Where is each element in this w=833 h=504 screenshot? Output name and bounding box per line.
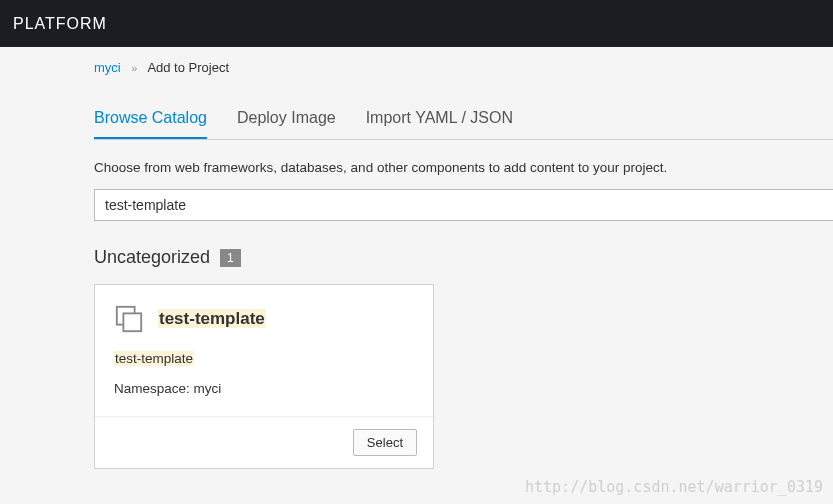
card-title: test-template	[158, 309, 266, 329]
svg-rect-1	[123, 313, 141, 331]
category-header: Uncategorized 1	[94, 247, 833, 268]
card-body: test-template test-template Namespace: m…	[95, 285, 433, 416]
catalog-description: Choose from web frameworks, databases, a…	[94, 160, 833, 175]
platform-title: PLATFORM	[13, 15, 107, 33]
top-bar: PLATFORM	[0, 0, 833, 47]
breadcrumb-separator: »	[131, 62, 137, 74]
select-button[interactable]: Select	[353, 429, 417, 456]
breadcrumb-link-myci[interactable]: myci	[94, 60, 121, 75]
tab-import-yaml[interactable]: Import YAML / JSON	[366, 99, 513, 139]
card-subtitle: test-template	[114, 351, 414, 366]
tab-deploy-image[interactable]: Deploy Image	[237, 99, 336, 139]
category-count-badge: 1	[220, 249, 241, 267]
breadcrumb-current: Add to Project	[147, 60, 229, 75]
tab-browse-catalog[interactable]: Browse Catalog	[94, 99, 207, 139]
breadcrumb: myci » Add to Project	[94, 60, 833, 75]
main-content: myci » Add to Project Browse Catalog Dep…	[0, 47, 833, 469]
template-card: test-template test-template Namespace: m…	[94, 284, 434, 469]
card-footer: Select	[95, 416, 433, 468]
template-icon	[114, 304, 144, 334]
card-header: test-template	[114, 304, 414, 334]
tabs: Browse Catalog Deploy Image Import YAML …	[94, 99, 833, 140]
category-title: Uncategorized	[94, 247, 210, 268]
card-namespace: Namespace: myci	[114, 381, 414, 396]
watermark: http://blog.csdn.net/warrior_0319	[525, 478, 823, 496]
search-input[interactable]	[94, 189, 833, 221]
